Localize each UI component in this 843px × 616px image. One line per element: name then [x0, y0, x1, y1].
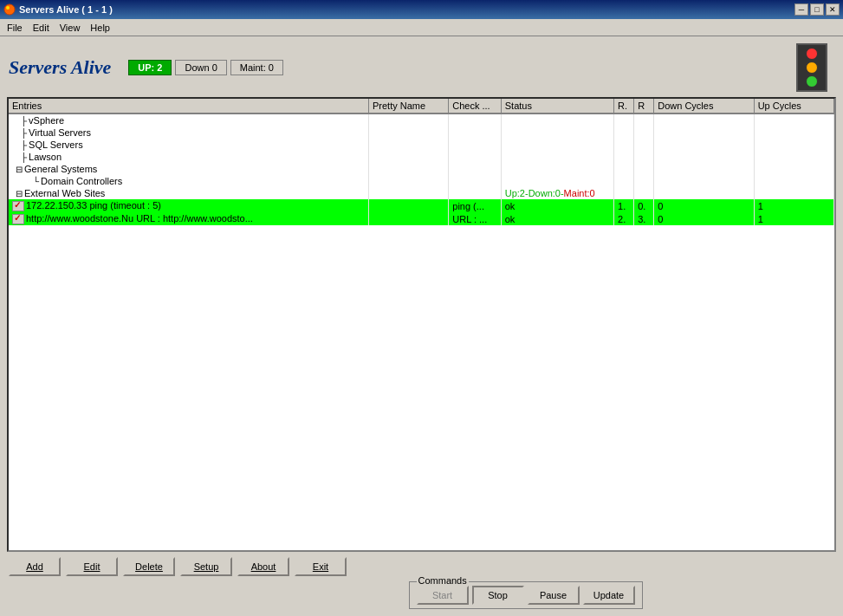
col-upcycles[interactable]: Up Cycles	[754, 99, 833, 113]
update-button[interactable]: Update	[583, 586, 635, 605]
col-pretty[interactable]: Pretty Name	[368, 99, 448, 113]
add-button[interactable]: Add	[9, 557, 61, 576]
tree-line-icon: ├	[21, 128, 27, 138]
entry-status: ok	[501, 199, 613, 212]
col-r2[interactable]: R	[634, 99, 654, 113]
col-r1[interactable]: R.	[614, 99, 634, 113]
entry-name: ✓ http://www.woodstone.Nu URL : http://w…	[9, 212, 368, 225]
traffic-light-yellow	[806, 62, 818, 74]
col-check[interactable]: Check ...	[449, 99, 501, 113]
table-row[interactable]: ├vSphere	[9, 113, 834, 126]
commands-label: Commands	[417, 575, 469, 586]
exit-button[interactable]: Exit	[295, 557, 347, 576]
svg-point-0	[4, 4, 15, 15]
check-method: ping (...	[449, 199, 501, 212]
close-button[interactable]: ✕	[826, 3, 840, 16]
table-row[interactable]: ├Virtual Servers	[9, 126, 834, 139]
minimize-button[interactable]: ─	[794, 3, 808, 16]
down-count: Down 0	[175, 60, 226, 75]
maint-count: Maint: 0	[230, 60, 283, 75]
entry-name: ✓ 172.22.150.33 ping (timeout : 5)	[9, 199, 368, 212]
tree-line-icon: └	[33, 177, 39, 186]
entry-name: ⊟General Systems	[9, 163, 368, 175]
col-entries[interactable]: Entries	[9, 99, 368, 113]
entry-name: └Domain Controllers	[9, 175, 368, 187]
entry-name: ├Virtual Servers	[9, 126, 368, 139]
group-status-down: Down:0-	[528, 188, 564, 198]
main-content: Servers Alive UP: 2 Down 0 Maint: 0 Entr…	[0, 36, 843, 616]
col-downcycles[interactable]: Down Cycles	[654, 99, 754, 113]
entry-name: ├SQL Servers	[9, 139, 368, 151]
maximize-button[interactable]: □	[810, 3, 824, 16]
group-status-maint: Maint:0	[564, 188, 595, 198]
menu-view[interactable]: View	[55, 21, 86, 35]
stop-button[interactable]: Stop	[472, 586, 524, 605]
group-status-up: Up:2-	[505, 188, 528, 198]
entry-name: ├vSphere	[9, 113, 368, 126]
traffic-light-red	[806, 48, 818, 60]
collapse-icon: ⊟	[16, 189, 23, 198]
window-controls: ─ □ ✕	[794, 3, 840, 16]
up-count: UP: 2	[128, 60, 172, 75]
check-method: URL : ...	[449, 212, 501, 225]
table-row[interactable]: └Domain Controllers	[9, 175, 834, 187]
header-area: Servers Alive UP: 2 Down 0 Maint: 0	[3, 40, 840, 95]
title-bar: Servers Alive ( 1 - 1 ) ─ □ ✕	[0, 0, 843, 19]
collapse-icon: ⊟	[16, 165, 23, 174]
table-row[interactable]: ⊟General Systems	[9, 163, 834, 175]
table-row[interactable]: ✓ 172.22.150.33 ping (timeout : 5) ping …	[9, 199, 834, 212]
table-row[interactable]: ├Lawson	[9, 151, 834, 163]
table-row[interactable]: ⊟External Web Sites Up:2-Down:0-Maint:0	[9, 187, 834, 199]
menu-help[interactable]: Help	[85, 21, 115, 35]
entry-status: ok	[501, 212, 613, 225]
tree-line-icon: ├	[21, 140, 27, 150]
server-table: Entries Pretty Name Check ... Status R. …	[9, 99, 834, 225]
svg-point-1	[6, 6, 10, 10]
entry-name: ├Lawson	[9, 151, 368, 163]
traffic-light-green	[806, 75, 818, 88]
table-row[interactable]: ✓ http://www.woodstone.Nu URL : http://w…	[9, 212, 834, 225]
edit-button[interactable]: Edit	[66, 557, 118, 576]
about-button[interactable]: About	[237, 557, 289, 576]
menu-file[interactable]: File	[2, 21, 28, 35]
action-buttons: Add Edit Delete Setup About Exit	[9, 557, 834, 576]
bottom-area: Add Edit Delete Setup About Exit Command…	[3, 554, 840, 613]
menu-edit[interactable]: Edit	[28, 21, 55, 35]
window-title: Servers Alive ( 1 - 1 )	[19, 4, 113, 15]
status-pills: UP: 2 Down 0 Maint: 0	[128, 60, 283, 75]
tree-line-icon: ├	[21, 152, 27, 162]
app-icon	[3, 3, 16, 16]
col-status[interactable]: Status	[501, 99, 613, 113]
table-header: Entries Pretty Name Check ... Status R. …	[9, 99, 834, 113]
start-button[interactable]: Start	[417, 586, 469, 605]
table-row[interactable]: ├SQL Servers	[9, 139, 834, 151]
server-table-container: Entries Pretty Name Check ... Status R. …	[7, 97, 836, 552]
entry-name: ⊟External Web Sites	[9, 187, 368, 199]
menu-bar: File Edit View Help	[0, 19, 843, 36]
tree-line-icon: ├	[21, 116, 27, 126]
commands-box: Commands Start Stop Pause Update	[409, 581, 643, 609]
app-title: Servers Alive	[9, 56, 111, 79]
setup-button[interactable]: Setup	[180, 557, 232, 576]
pause-button[interactable]: Pause	[528, 586, 580, 605]
delete-button[interactable]: Delete	[123, 557, 175, 576]
